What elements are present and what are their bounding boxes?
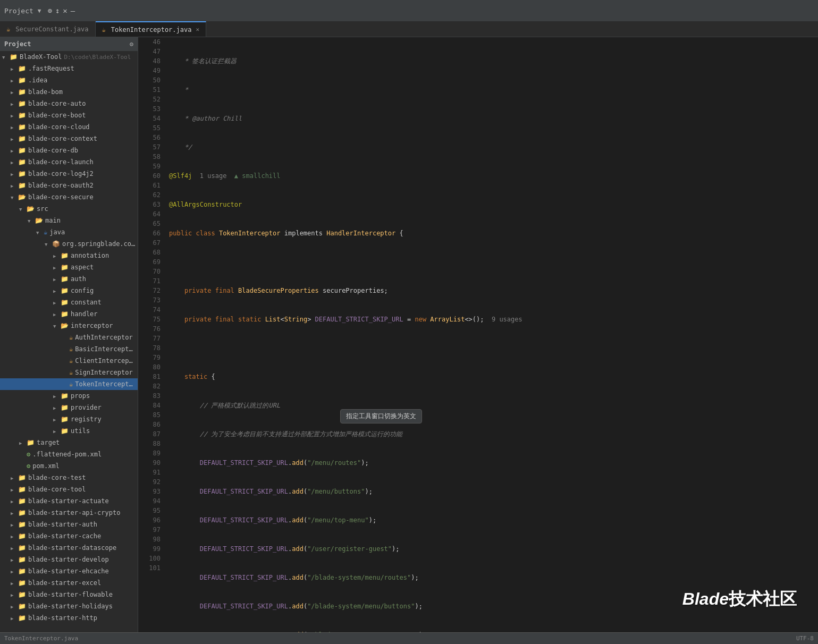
sidebar-item-blade-starter-ehcache[interactable]: 📁 blade-starter-ehcache <box>0 565 138 577</box>
sidebar-item-blade-starter-api-crypto[interactable]: 📁 blade-starter-api-crypto <box>0 507 138 519</box>
sidebar-item-blade-core-tool[interactable]: 📁 blade-core-tool <box>0 484 138 495</box>
sidebar-label: blade-core-boot <box>28 112 86 119</box>
sidebar-label: blade-starter-auth <box>28 521 97 528</box>
tab-close-button[interactable]: ✕ <box>196 26 199 33</box>
code-container[interactable]: 4647484950 5152535455 5657585960 6162636… <box>138 37 818 632</box>
sidebar-item-auth[interactable]: 📁 auth <box>0 273 138 285</box>
sidebar-item-blade-core-secure[interactable]: 📂 blade-core-secure <box>0 191 138 203</box>
sidebar-label: .idea <box>28 77 47 84</box>
sidebar-item-fastRequest[interactable]: 📁 .fastRequest <box>0 63 138 74</box>
sidebar-item-constant[interactable]: 📁 constant <box>0 296 138 308</box>
sidebar-item-main[interactable]: 📂 main <box>0 215 138 226</box>
chevron-right-icon <box>53 300 61 306</box>
chevron-down-icon <box>11 194 18 200</box>
sidebar-header: Project ⚙ <box>0 37 138 51</box>
sidebar-item-blade-core-auto[interactable]: 📁 blade-core-auto <box>0 98 138 109</box>
code-line-60: DEFAULT_STRICT_SKIP_URL.add("/menu/route… <box>169 458 818 468</box>
add-icon[interactable]: ⊕ <box>47 6 52 15</box>
sidebar-item-aspect[interactable]: 📁 aspect <box>0 261 138 273</box>
sidebar-item-blade-starter-holidays[interactable]: 📁 blade-starter-holidays <box>0 600 138 612</box>
chevron-right-icon <box>53 265 61 270</box>
sidebar-item-provider[interactable]: 📁 provider <box>0 402 138 413</box>
java-file-icon: ☕ <box>69 369 73 376</box>
sidebar-label: utils <box>71 427 90 435</box>
sidebar-item-blade-core-context[interactable]: 📁 blade-core-context <box>0 133 138 145</box>
sidebar-item-blade-core-log4j2[interactable]: 📁 blade-core-log4j2 <box>0 168 138 180</box>
sidebar-item-blade-core-launch[interactable]: 📁 blade-core-launch <box>0 156 138 168</box>
chevron-right-icon <box>11 136 18 142</box>
sidebar-item-blade-core-db[interactable]: 📁 blade-core-db <box>0 145 138 156</box>
chevron-right-icon <box>19 440 27 446</box>
sidebar-item-blade-starter-flowable[interactable]: 📁 blade-starter-flowable <box>0 589 138 600</box>
sidebar-item-blade-starter-datascope[interactable]: 📁 blade-starter-datascope <box>0 542 138 554</box>
sidebar-item-token-interceptor[interactable]: ☕ TokenInterceptor <box>0 378 138 390</box>
tab-secure-constant[interactable]: ☕ SecureConstant.java <box>0 21 96 37</box>
folder-icon: 📁 <box>18 579 26 587</box>
sidebar-item-props[interactable]: 📁 props <box>0 390 138 402</box>
sidebar-item-blade-starter-actuate[interactable]: 📁 blade-starter-actuate <box>0 495 138 507</box>
sidebar-label: aspect <box>71 264 94 271</box>
folder-icon: 📁 <box>18 88 26 96</box>
code-line-55: private final static List<String> DEFAUL… <box>169 315 818 324</box>
sidebar-item-flattened-pom[interactable]: ⚙ .flattened-pom.xml <box>0 448 138 460</box>
tab-label-active: TokenInterceptor.java <box>111 26 192 33</box>
chevron-right-icon <box>11 510 18 516</box>
sidebar-item-auth-interceptor[interactable]: ☕ AuthInterceptor <box>0 332 138 343</box>
tab-label: SecureConstant.java <box>15 26 88 33</box>
chevron-right-icon <box>53 288 61 294</box>
title-dropdown-icon[interactable]: ▼ <box>38 7 41 14</box>
folder-icon: 📁 <box>61 392 69 400</box>
sidebar-item-client-interceptor[interactable]: ☕ ClientInterceptor <box>0 355 138 367</box>
sidebar-label: config <box>71 287 94 294</box>
sidebar-item-annotation[interactable]: 📁 annotation <box>0 250 138 261</box>
sidebar-item-blade-starter-excel[interactable]: 📁 blade-starter-excel <box>0 577 138 589</box>
code-line-53 <box>169 257 818 267</box>
sidebar-label: blade-core-db <box>28 147 78 154</box>
bottom-action-bar: TokenInterceptor.java UTF-8 <box>0 632 818 644</box>
sidebar-item-blade-core-cloud[interactable]: 📁 blade-core-cloud <box>0 121 138 133</box>
minimize-icon[interactable]: — <box>71 6 75 15</box>
sidebar-item-interceptor[interactable]: 📂 interceptor <box>0 320 138 332</box>
folder-icon: 📁 <box>18 135 26 142</box>
code-line-47: * <box>169 85 818 95</box>
sidebar-item-basic-interceptor[interactable]: ☕ BasicInterceptor <box>0 343 138 355</box>
sidebar-label: blade-starter-holidays <box>28 603 113 610</box>
sidebar-item-blade-starter-cache[interactable]: 📁 blade-starter-cache <box>0 530 138 542</box>
chevron-right-icon <box>11 183 18 189</box>
xml-file-icon: ⚙ <box>27 451 30 458</box>
sidebar-item-blade-bom[interactable]: 📁 blade-bom <box>0 86 138 98</box>
sidebar-item-blade-core-boot[interactable]: 📁 blade-core-boot <box>0 109 138 121</box>
tab-token-interceptor[interactable]: ☕ TokenInterceptor.java ✕ <box>96 21 207 37</box>
sidebar-label: props <box>71 392 90 400</box>
sidebar-item-src[interactable]: 📂 src <box>0 203 138 215</box>
close-icon[interactable]: ✕ <box>63 6 67 15</box>
sidebar-item-handler[interactable]: 📁 handler <box>0 308 138 320</box>
folder-open-icon: 📂 <box>35 217 43 224</box>
sidebar-item-blade-core-test[interactable]: 📁 blade-core-test <box>0 472 138 484</box>
sidebar-item-blade-starter-http[interactable]: 📁 blade-starter-http <box>0 612 138 624</box>
sidebar-item-idea[interactable]: 📁 .idea <box>0 74 138 86</box>
sidebar-item-java[interactable]: ☕ java <box>0 226 138 238</box>
folder-icon: 📁 <box>18 603 26 610</box>
sidebar-item-root[interactable]: 📁 BladeX-Tool D:\code\BladeX-Tool <box>0 51 138 63</box>
code-line-59: // 为了安全考虑目前不支持通过外部配置方式增加严格模式运行的功能 <box>169 429 818 439</box>
sidebar-item-sign-interceptor[interactable]: ☕ SignInterceptor <box>0 367 138 378</box>
folder-icon: 📁 <box>18 614 26 622</box>
chevron-right-icon <box>11 89 18 95</box>
folder-icon: 📁 <box>61 404 69 411</box>
code-line-64: DEFAULT_STRICT_SKIP_URL.add("/blade-syst… <box>169 573 818 582</box>
sidebar-item-blade-starter-auth[interactable]: 📁 blade-starter-auth <box>0 519 138 530</box>
sort-icon[interactable]: ↕ <box>55 6 60 15</box>
sidebar-item-org-pkg[interactable]: 📦 org.springblade.core.secur <box>0 238 138 250</box>
sidebar-item-blade-core-oauth2[interactable]: 📁 blade-core-oauth2 <box>0 180 138 191</box>
sidebar-item-target[interactable]: 📁 target <box>0 437 138 448</box>
sidebar-item-pom-xml[interactable]: ⚙ pom.xml <box>0 460 138 472</box>
sidebar-item-blade-starter-develop[interactable]: 📁 blade-starter-develop <box>0 554 138 565</box>
sidebar-settings-icon[interactable]: ⚙ <box>130 40 133 48</box>
sidebar-item-utils[interactable]: 📁 utils <box>0 425 138 437</box>
folder-icon: 📁 <box>18 556 26 563</box>
sidebar-item-registry[interactable]: 📁 registry <box>0 413 138 425</box>
sidebar-item-config[interactable]: 📁 config <box>0 285 138 296</box>
folder-icon: 📁 <box>61 427 69 435</box>
sidebar-label: SignInterceptor <box>75 369 132 376</box>
